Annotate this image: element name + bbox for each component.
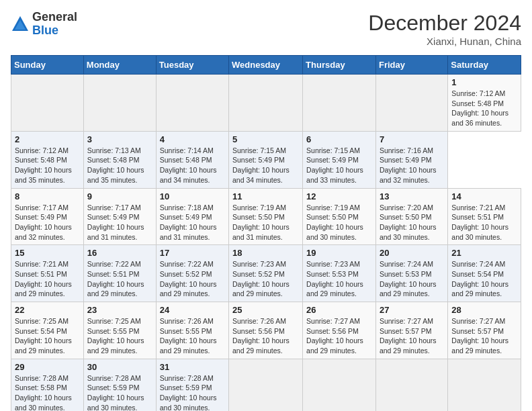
day-cell-11: 11Sunrise: 7:19 AMSunset: 5:50 PMDayligh…	[229, 188, 303, 245]
day-cell-24: 24Sunrise: 7:26 AMSunset: 5:55 PMDayligh…	[156, 302, 228, 359]
day-number: 10	[160, 191, 225, 201]
empty-cell	[229, 75, 303, 132]
day-info: Sunrise: 7:17 AMSunset: 5:49 PMDaylight:…	[15, 203, 80, 242]
day-cell-26: 26Sunrise: 7:27 AMSunset: 5:56 PMDayligh…	[303, 302, 376, 359]
logo-blue: Blue	[32, 24, 77, 38]
weekday-header-friday: Friday	[375, 56, 447, 75]
logo-text: General Blue	[32, 11, 77, 38]
day-number: 13	[380, 191, 444, 201]
day-cell-21: 21Sunrise: 7:24 AMSunset: 5:54 PMDayligh…	[448, 245, 521, 302]
day-info: Sunrise: 7:13 AMSunset: 5:48 PMDaylight:…	[87, 146, 152, 185]
day-cell-27: 27Sunrise: 7:27 AMSunset: 5:57 PMDayligh…	[375, 302, 447, 359]
day-number: 17	[160, 248, 225, 258]
day-cell-30: 30Sunrise: 7:28 AMSunset: 5:59 PMDayligh…	[83, 359, 156, 411]
day-number: 1	[451, 77, 517, 87]
day-number: 25	[232, 305, 299, 315]
day-number: 9	[87, 191, 152, 201]
day-number: 6	[306, 134, 372, 144]
day-info: Sunrise: 7:16 AMSunset: 5:49 PMDaylight:…	[380, 146, 444, 185]
day-info: Sunrise: 7:27 AMSunset: 5:57 PMDaylight:…	[380, 316, 444, 356]
day-cell-31: 31Sunrise: 7:28 AMSunset: 5:59 PMDayligh…	[156, 359, 228, 411]
day-cell-12: 12Sunrise: 7:19 AMSunset: 5:50 PMDayligh…	[303, 188, 376, 245]
day-info: Sunrise: 7:26 AMSunset: 5:56 PMDaylight:…	[232, 316, 299, 356]
empty-cell	[156, 75, 228, 132]
day-cell-6: 6Sunrise: 7:15 AMSunset: 5:49 PMDaylight…	[303, 131, 376, 188]
day-info: Sunrise: 7:17 AMSunset: 5:49 PMDaylight:…	[87, 203, 152, 242]
day-number: 3	[87, 134, 152, 144]
calendar-week-1: 1Sunrise: 7:12 AMSunset: 5:48 PMDaylight…	[11, 75, 521, 132]
day-info: Sunrise: 7:22 AMSunset: 5:52 PMDaylight:…	[160, 259, 225, 299]
day-number: 22	[15, 305, 80, 315]
day-cell-23: 23Sunrise: 7:25 AMSunset: 5:55 PMDayligh…	[83, 302, 156, 359]
day-info: Sunrise: 7:24 AMSunset: 5:53 PMDaylight:…	[380, 259, 444, 299]
main-title: December 2024	[368, 11, 521, 36]
day-info: Sunrise: 7:14 AMSunset: 5:48 PMDaylight:…	[160, 146, 225, 185]
empty-cell	[83, 75, 156, 132]
day-number: 2	[15, 134, 80, 144]
day-number: 14	[451, 191, 517, 201]
day-cell-16: 16Sunrise: 7:22 AMSunset: 5:51 PMDayligh…	[83, 245, 156, 302]
logo: General Blue	[11, 11, 77, 38]
day-cell-15: 15Sunrise: 7:21 AMSunset: 5:51 PMDayligh…	[11, 245, 84, 302]
day-info: Sunrise: 7:25 AMSunset: 5:54 PMDaylight:…	[15, 316, 80, 356]
day-number: 30	[87, 362, 152, 372]
subtitle: Xianxi, Hunan, China	[368, 36, 521, 47]
day-info: Sunrise: 7:26 AMSunset: 5:55 PMDaylight:…	[160, 316, 225, 356]
day-cell-14: 14Sunrise: 7:21 AMSunset: 5:51 PMDayligh…	[448, 188, 521, 245]
day-cell-10: 10Sunrise: 7:18 AMSunset: 5:49 PMDayligh…	[156, 188, 228, 245]
empty-cell	[303, 75, 376, 132]
day-cell-9: 9Sunrise: 7:17 AMSunset: 5:49 PMDaylight…	[83, 188, 156, 245]
day-number: 26	[306, 305, 372, 315]
day-number: 11	[232, 191, 299, 201]
empty-cell	[448, 359, 521, 411]
day-info: Sunrise: 7:19 AMSunset: 5:50 PMDaylight:…	[306, 203, 372, 242]
day-cell-19: 19Sunrise: 7:23 AMSunset: 5:53 PMDayligh…	[303, 245, 376, 302]
weekday-header-monday: Monday	[83, 56, 156, 75]
day-cell-2: 2Sunrise: 7:12 AMSunset: 5:48 PMDaylight…	[11, 131, 84, 188]
calendar-table: SundayMondayTuesdayWednesdayThursdayFrid…	[11, 55, 521, 411]
day-info: Sunrise: 7:28 AMSunset: 5:59 PMDaylight:…	[87, 373, 152, 411]
weekday-header-tuesday: Tuesday	[156, 56, 228, 75]
day-number: 8	[15, 191, 80, 201]
day-number: 18	[232, 248, 299, 258]
calendar-week-4: 15Sunrise: 7:21 AMSunset: 5:51 PMDayligh…	[11, 245, 521, 302]
day-number: 20	[380, 248, 444, 258]
empty-cell	[375, 359, 447, 411]
day-info: Sunrise: 7:19 AMSunset: 5:50 PMDaylight:…	[232, 203, 299, 242]
calendar-week-5: 22Sunrise: 7:25 AMSunset: 5:54 PMDayligh…	[11, 302, 521, 359]
day-number: 29	[15, 362, 80, 372]
day-info: Sunrise: 7:12 AMSunset: 5:48 PMDaylight:…	[15, 146, 80, 185]
day-cell-3: 3Sunrise: 7:13 AMSunset: 5:48 PMDaylight…	[83, 131, 156, 188]
weekday-header-thursday: Thursday	[303, 56, 376, 75]
day-info: Sunrise: 7:20 AMSunset: 5:50 PMDaylight:…	[380, 203, 444, 242]
calendar-week-6: 29Sunrise: 7:28 AMSunset: 5:58 PMDayligh…	[11, 359, 521, 411]
day-number: 16	[87, 248, 152, 258]
day-number: 27	[380, 305, 444, 315]
calendar-week-3: 8Sunrise: 7:17 AMSunset: 5:49 PMDaylight…	[11, 188, 521, 245]
day-cell-20: 20Sunrise: 7:24 AMSunset: 5:53 PMDayligh…	[375, 245, 447, 302]
day-info: Sunrise: 7:21 AMSunset: 5:51 PMDaylight:…	[15, 259, 80, 299]
day-info: Sunrise: 7:24 AMSunset: 5:54 PMDaylight:…	[451, 259, 517, 299]
day-info: Sunrise: 7:15 AMSunset: 5:49 PMDaylight:…	[232, 146, 299, 185]
weekday-header-sunday: Sunday	[11, 56, 84, 75]
day-info: Sunrise: 7:22 AMSunset: 5:51 PMDaylight:…	[87, 259, 152, 299]
day-info: Sunrise: 7:28 AMSunset: 5:59 PMDaylight:…	[160, 373, 225, 411]
day-number: 7	[380, 134, 444, 144]
day-cell-18: 18Sunrise: 7:23 AMSunset: 5:52 PMDayligh…	[229, 245, 303, 302]
day-info: Sunrise: 7:25 AMSunset: 5:55 PMDaylight:…	[87, 316, 152, 356]
day-number: 21	[451, 248, 517, 258]
empty-cell	[303, 359, 376, 411]
day-cell-1: 1Sunrise: 7:12 AMSunset: 5:48 PMDaylight…	[448, 75, 521, 132]
day-cell-17: 17Sunrise: 7:22 AMSunset: 5:52 PMDayligh…	[156, 245, 228, 302]
day-number: 5	[232, 134, 299, 144]
empty-cell	[229, 359, 303, 411]
day-cell-22: 22Sunrise: 7:25 AMSunset: 5:54 PMDayligh…	[11, 302, 84, 359]
day-info: Sunrise: 7:27 AMSunset: 5:56 PMDaylight:…	[306, 316, 372, 356]
page-header: General Blue December 2024 Xianxi, Hunan…	[11, 11, 521, 47]
day-number: 28	[451, 305, 517, 315]
empty-cell	[375, 75, 447, 132]
day-cell-28: 28Sunrise: 7:27 AMSunset: 5:57 PMDayligh…	[448, 302, 521, 359]
day-info: Sunrise: 7:23 AMSunset: 5:52 PMDaylight:…	[232, 259, 299, 299]
weekday-header-wednesday: Wednesday	[229, 56, 303, 75]
calendar-week-2: 2Sunrise: 7:12 AMSunset: 5:48 PMDaylight…	[11, 131, 521, 188]
